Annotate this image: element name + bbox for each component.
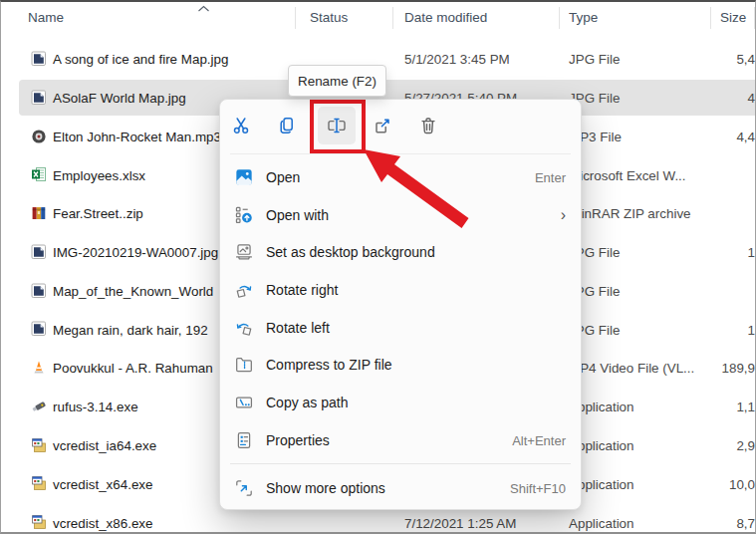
sort-ascending-icon[interactable] bbox=[197, 5, 210, 13]
file-date-modified: 5/1/2021 3:45 PM bbox=[404, 52, 510, 67]
menu-item-compress-to-zip[interactable]: Compress to ZIP file bbox=[224, 346, 577, 384]
installer-app-icon bbox=[31, 437, 47, 453]
jpg-file-icon bbox=[31, 283, 47, 299]
column-divider[interactable] bbox=[559, 7, 560, 29]
file-type: Microsoft Excel W... bbox=[569, 167, 686, 182]
menu-item-label: Rotate left bbox=[266, 320, 330, 336]
copy-icon bbox=[277, 116, 297, 135]
file-name: Map_of_the_Known_World bbox=[53, 283, 213, 298]
menu-item-rotate-left[interactable]: Rotate left bbox=[224, 309, 577, 347]
file-name: rufus-3.14.exe bbox=[53, 400, 138, 414]
menu-divider bbox=[230, 153, 571, 154]
file-type: Application bbox=[569, 515, 634, 530]
file-size: 5,4 bbox=[658, 52, 755, 67]
file-name: Employees.xlsx bbox=[53, 167, 145, 182]
share-button[interactable] bbox=[364, 107, 401, 144]
column-divider[interactable] bbox=[754, 7, 755, 29]
menu-item-label: Rotate right bbox=[266, 282, 338, 298]
vlc-file-icon bbox=[31, 360, 47, 376]
file-name: vcredist_ia64.exe bbox=[53, 437, 156, 452]
file-size: 4,4 bbox=[658, 129, 755, 143]
menu-item-properties[interactable]: Properties Alt+Enter bbox=[224, 421, 577, 459]
menu-item-label: Set as desktop background bbox=[266, 244, 435, 260]
menu-item-label: Copy as path bbox=[266, 395, 349, 410]
tooltip-text: Rename (F2) bbox=[298, 74, 377, 89]
file-type: WinRAR ZIP archive bbox=[569, 206, 691, 221]
copy-as-path-icon bbox=[235, 394, 253, 411]
file-size: 8,7 bbox=[658, 515, 755, 530]
mp3-file-icon bbox=[31, 129, 47, 144]
file-name: ASolaF World Map.jpg bbox=[53, 91, 186, 106]
open-icon bbox=[235, 168, 253, 186]
cut-button[interactable] bbox=[222, 107, 260, 144]
file-name: Megan rain, dark hair, 192 bbox=[53, 322, 208, 337]
rename-tooltip: Rename (F2) bbox=[288, 65, 386, 97]
file-size: 1 bbox=[658, 322, 755, 337]
column-divider[interactable] bbox=[392, 7, 393, 29]
file-size: 1,1 bbox=[658, 400, 755, 414]
menu-item-label: Open bbox=[266, 169, 300, 185]
rotate-right-icon bbox=[235, 281, 253, 299]
rotate-left-icon bbox=[235, 319, 253, 337]
menu-item-shortcut: Enter bbox=[535, 170, 566, 185]
file-size: 2,9 bbox=[658, 437, 755, 452]
menu-item-rotate-right[interactable]: Rotate right bbox=[224, 271, 577, 309]
file-name: vcredist_x64.exe bbox=[53, 476, 152, 491]
file-name: Poovukkul - A.R. Rahuman bbox=[53, 361, 213, 376]
jpg-file-icon bbox=[31, 244, 47, 260]
share-icon bbox=[373, 116, 392, 135]
submenu-chevron-icon: › bbox=[561, 207, 566, 223]
file-name: Elton John-Rocket Man.mp3 bbox=[53, 129, 221, 143]
excel-file-icon bbox=[31, 166, 47, 182]
file-explorer-window: Name Status Date modified Type Size A so… bbox=[0, 0, 756, 534]
menu-item-copy-as-path[interactable]: Copy as path bbox=[224, 384, 577, 421]
column-header-size[interactable]: Size bbox=[720, 10, 746, 25]
menu-item-label: Show more options bbox=[266, 480, 385, 496]
menu-item-label: Open with bbox=[266, 207, 329, 223]
installer-app-icon bbox=[31, 514, 47, 530]
column-header-status[interactable]: Status bbox=[310, 10, 348, 25]
menu-item-open[interactable]: Open Enter bbox=[224, 158, 577, 196]
column-header-type[interactable]: Type bbox=[569, 10, 598, 25]
column-divider[interactable] bbox=[295, 7, 296, 29]
wallpaper-icon bbox=[235, 243, 253, 261]
file-size: 1 bbox=[658, 245, 755, 260]
column-header-name[interactable]: Name bbox=[28, 10, 64, 25]
menu-item-set-as-desktop-background[interactable]: Set as desktop background bbox=[224, 233, 577, 271]
context-menu: Open Enter Open with › Set as desktop ba… bbox=[219, 99, 582, 510]
compress-zip-icon bbox=[235, 356, 253, 374]
cut-icon bbox=[231, 116, 251, 135]
show-more-options-icon bbox=[235, 479, 253, 497]
menu-item-open-with[interactable]: Open with › bbox=[224, 196, 577, 234]
file-type: JPG File bbox=[569, 52, 620, 67]
menu-item-shortcut: Shift+F10 bbox=[510, 481, 566, 496]
file-size: 4 bbox=[658, 91, 755, 106]
jpg-file-icon bbox=[31, 90, 47, 106]
properties-icon bbox=[235, 431, 253, 449]
menu-item-show-more-options[interactable]: Show more options Shift+F10 bbox=[224, 469, 577, 507]
column-header-date-modified[interactable]: Date modified bbox=[404, 10, 487, 25]
file-name: A song of ice and fire Map.jpg bbox=[53, 52, 228, 67]
column-divider[interactable] bbox=[710, 7, 711, 29]
installer-app-icon bbox=[31, 475, 47, 491]
menu-divider bbox=[230, 463, 571, 464]
menu-item-shortcut: Alt+Enter bbox=[512, 433, 566, 448]
usb-drive-icon bbox=[31, 399, 47, 414]
open-with-icon bbox=[235, 206, 253, 224]
file-name: vcredist_x86.exe bbox=[53, 515, 152, 530]
file-size: 10,0 bbox=[658, 476, 755, 491]
jpg-file-icon bbox=[31, 321, 47, 337]
menu-item-label: Properties bbox=[266, 432, 330, 448]
delete-button[interactable] bbox=[409, 107, 447, 144]
jpg-file-icon bbox=[31, 51, 47, 67]
delete-icon bbox=[418, 116, 438, 135]
file-date-modified: 7/12/2021 1:25 AM bbox=[404, 515, 516, 530]
file-name: IMG-20210219-WA0007.jpg bbox=[53, 245, 218, 260]
file-name: Fear.Street..zip bbox=[53, 206, 143, 221]
menu-item-label: Compress to ZIP file bbox=[266, 357, 392, 373]
highlight-box-annotation bbox=[310, 100, 366, 153]
winrar-zip-file-icon bbox=[31, 205, 47, 221]
file-size: 189,9 bbox=[658, 361, 755, 376]
copy-button[interactable] bbox=[268, 107, 306, 144]
